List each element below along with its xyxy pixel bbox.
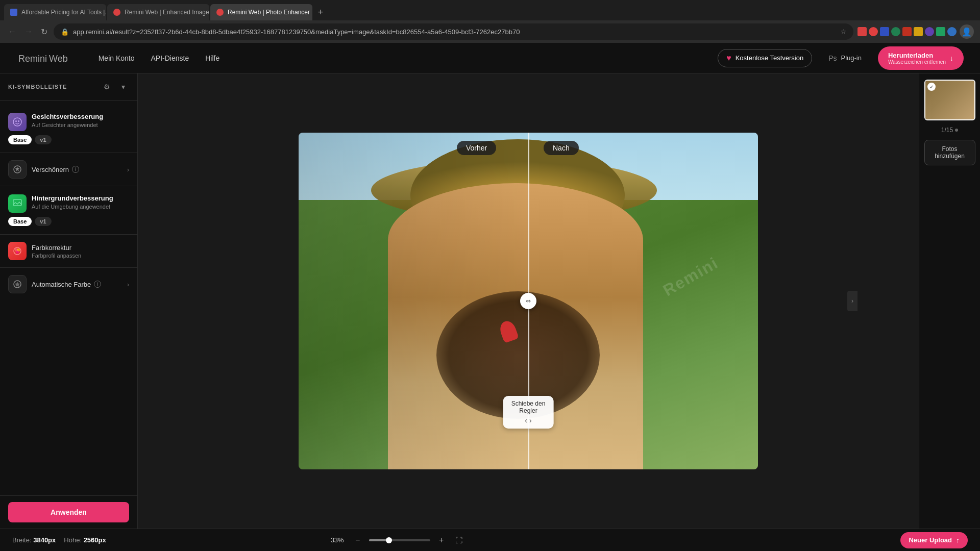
divider-1 [0,153,137,153]
color-label: Farbkorrektur [32,244,71,252]
new-tab-button[interactable]: + [313,5,328,19]
heart-icon: ♥ [726,54,731,63]
slide-hint: Schiebe den Regler ‹ › [503,396,554,429]
face-badge-v1[interactable]: v1 [35,135,51,144]
download-label: Herunterladen [888,52,946,59]
beautify-name: Verschönern i [32,166,122,173]
new-upload-button[interactable]: Neuer Upload ↑ [900,532,968,548]
forward-button[interactable]: → [22,25,35,38]
tool-auto-row[interactable]: Automatische Farbe i › [0,270,137,298]
tab-3[interactable]: Remini Web | Photo Enhancer ✕ [210,4,312,20]
ext-icon-2[interactable] [869,27,878,36]
face-version-badges: Base v1 [8,135,129,144]
beautify-info: Verschönern i [32,166,122,173]
address-bar-row: ← → ↻ 🔒 app.remini.ai/result?z=2352ff37-… [0,20,980,43]
after-label[interactable]: Nach [544,141,579,155]
main-nav: Mein Konto API-Dienste Hilfe [99,54,718,62]
ps-icon: Ps [828,54,837,62]
tab-1-label: Affordable Pricing for AI Tools |... [21,9,106,16]
app-header: ReminiWeb Mein Konto API-Dienste Hilfe ♥… [0,43,980,73]
before-label[interactable]: Vorher [457,141,496,155]
ext-icon-5[interactable] [902,27,912,36]
ext-icon-4[interactable] [891,27,900,36]
fullscreen-button[interactable]: ⛶ [453,534,465,546]
beautify-info-icon[interactable]: i [72,166,79,173]
ext-icon-6[interactable] [914,27,923,36]
ext-icon-3[interactable] [880,27,889,36]
right-panel-toggle[interactable]: › [847,291,857,311]
free-trial-button[interactable]: ♥ Kostenlose Testversion [718,49,812,67]
color-info: Farbkorrektur Farbprofil anpassen [32,244,129,259]
color-tool-icon [8,242,27,260]
ext-icon-7[interactable] [925,27,934,36]
download-btn-text: Herunterladen Wasserzeichen entfernen [888,52,946,65]
width-label: Breite: [12,536,32,544]
tab-3-label: Remini Web | Photo Enhancer [228,9,310,16]
height-info: Höhe: 2560px [64,536,106,544]
tool-bg-header: Hintergrundverbesserung Auf die Umgebung… [8,194,129,213]
download-main-button[interactable]: Herunterladen Wasserzeichen entfernen ↓ [878,46,964,70]
image-area[interactable]: ⇔ Remini Vorher Nach Schiebe den Regler … [138,73,919,529]
profile-icon[interactable]: 👤 [960,24,974,39]
zoom-slider[interactable] [369,539,430,541]
tool-beautify-row[interactable]: Verschönern i › [0,155,137,184]
page-counter-text: 1/15 [941,127,953,134]
svg-point-0 [13,118,21,126]
ext-icon-8[interactable] [936,27,945,36]
add-photos-button[interactable]: Fotos hinzufügen [924,140,975,165]
svg-point-2 [18,120,19,122]
main-content: KI-SYMBOLLEISTE ⚙ ▾ [0,73,980,529]
plugin-button[interactable]: Ps Plug-in [820,50,870,66]
ext-icon-9[interactable] [947,27,957,36]
apply-button[interactable]: Anwenden [8,502,129,522]
divider-2 [0,186,137,186]
back-button[interactable]: ← [6,25,18,38]
beautify-chevron: › [127,166,129,173]
sidebar-title: KI-SYMBOLLEISTE [8,84,67,90]
bg-tool-icon [8,194,27,213]
nav-help[interactable]: Hilfe [205,54,219,62]
reload-button[interactable]: ↻ [39,25,50,39]
bg-badge-v1[interactable]: v1 [35,217,51,226]
nav-api[interactable]: API-Dienste [151,54,189,62]
tool-color-row[interactable]: Farbkorrektur Farbprofil anpassen [0,237,137,265]
auto-tool-icon [8,275,27,293]
nav-account[interactable]: Mein Konto [99,54,135,62]
thumbnail-item-1[interactable]: ✓ [924,80,975,120]
tab-1[interactable]: Affordable Pricing for AI Tools |... ✕ [4,4,106,20]
address-bar[interactable]: 🔒 app.remini.ai/result?z=2352ff37-2b6d-4… [54,23,853,40]
bookmark-icon[interactable]: ☆ [841,28,846,35]
svg-point-1 [15,120,17,122]
before-after-container: ⇔ Remini Vorher Nach Schiebe den Regler … [299,133,758,469]
auto-info-icon[interactable]: i [94,281,101,288]
bottom-bar: Breite: 3840px Höhe: 2560px 33% − + ⛶ Ne… [0,529,980,551]
bg-version-badges: Base v1 [8,217,129,226]
settings-icon[interactable]: ⚙ [101,81,113,93]
sidebar-body: Gesichtsverbesserung Auf Gesichter angew… [0,101,137,495]
app-logo: ReminiWeb [16,52,68,65]
zoom-out-button[interactable]: − [352,534,364,546]
face-tool-info: Gesichtsverbesserung Auf Gesichter angew… [32,113,129,129]
slide-arrows: ‹ › [511,416,546,424]
slide-hint-text-2: Regler [511,407,546,414]
bg-badge-base[interactable]: Base [8,217,32,226]
sidebar-footer: Anwenden [0,495,137,529]
face-badge-base[interactable]: Base [8,135,32,144]
width-info: Breite: 3840px [12,536,56,544]
zoom-slider-thumb[interactable] [386,537,392,543]
slider-handle[interactable]: ⇔ [520,293,536,309]
zoom-in-button[interactable]: + [435,534,448,546]
security-icon: 🔒 [61,28,69,36]
tab-2-label: Remini Web | Enhanced Image [125,9,209,16]
face-tool-icon [8,113,27,131]
tab-1-favicon [10,9,17,16]
svg-point-8 [16,251,19,254]
tab-2[interactable]: Remini Web | Enhanced Image ✕ [107,4,209,20]
logo-sub: Web [49,54,68,64]
face-tool-desc: Auf Gesichter angewendet [32,121,129,129]
browser-chrome: Affordable Pricing for AI Tools |... ✕ R… [0,0,980,43]
ext-icon-1[interactable] [857,27,867,36]
expand-icon[interactable]: ▾ [117,81,129,93]
width-value: 3840px [33,536,56,544]
beautify-tool-icon [8,160,27,179]
